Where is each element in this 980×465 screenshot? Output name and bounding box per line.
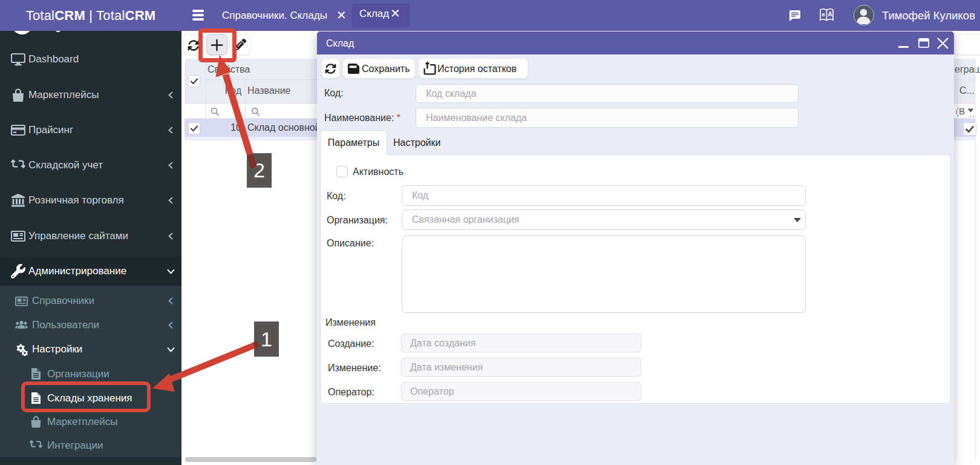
svg-text:я: я [822, 12, 825, 18]
svg-text:A: A [828, 11, 832, 18]
